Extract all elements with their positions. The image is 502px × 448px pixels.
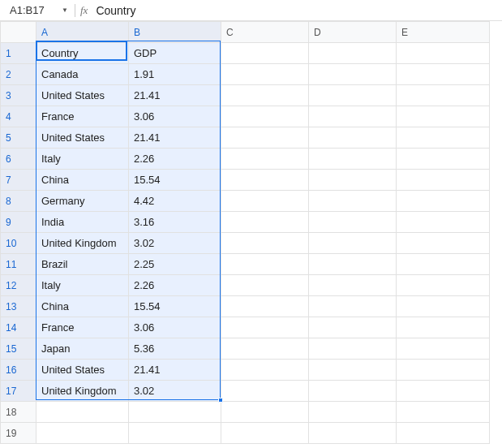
- cell-E10[interactable]: [397, 233, 490, 254]
- cell-C12[interactable]: [221, 275, 309, 296]
- cell-D4[interactable]: [309, 106, 397, 127]
- cell-E1[interactable]: [397, 43, 490, 64]
- cell-D11[interactable]: [309, 254, 397, 275]
- cell-A10[interactable]: United Kingdom: [36, 233, 129, 254]
- cell-A14[interactable]: France: [36, 317, 129, 338]
- cell-A2[interactable]: Canada: [36, 64, 129, 85]
- row-header-15[interactable]: 15: [1, 338, 36, 360]
- cell-A17[interactable]: United Kingdom: [36, 381, 129, 402]
- select-all-corner[interactable]: [1, 22, 36, 43]
- row-header-9[interactable]: 9: [1, 212, 36, 233]
- column-header-C[interactable]: C: [221, 22, 309, 43]
- cell-E11[interactable]: [397, 254, 490, 275]
- cell-B17[interactable]: 3.02: [129, 381, 221, 402]
- row-header-18[interactable]: 18: [1, 402, 36, 423]
- cell-D12[interactable]: [309, 275, 397, 296]
- row-header-1[interactable]: 1: [1, 43, 36, 64]
- cell-C1[interactable]: [221, 43, 309, 64]
- row-header-17[interactable]: 17: [1, 381, 36, 402]
- cell-D16[interactable]: [309, 360, 397, 381]
- cell-C8[interactable]: [221, 191, 309, 212]
- chevron-down-icon[interactable]: ▼: [62, 6, 68, 14]
- cell-B18[interactable]: [129, 402, 221, 423]
- row-header-13[interactable]: 13: [1, 296, 36, 317]
- cell-A4[interactable]: France: [36, 106, 129, 127]
- row-header-7[interactable]: 7: [1, 170, 36, 191]
- cell-E14[interactable]: [397, 317, 490, 338]
- cell-D1[interactable]: [309, 43, 397, 64]
- cell-A19[interactable]: [36, 423, 129, 444]
- row-header-2[interactable]: 2: [1, 64, 36, 85]
- cell-A12[interactable]: Italy: [36, 275, 129, 296]
- cell-D19[interactable]: [309, 423, 397, 444]
- cell-B10[interactable]: 3.02: [129, 233, 221, 254]
- cell-C2[interactable]: [221, 64, 309, 85]
- cell-D5[interactable]: [309, 127, 397, 149]
- cell-E13[interactable]: [397, 296, 490, 317]
- cell-B16[interactable]: 21.41: [129, 360, 221, 381]
- cell-A9[interactable]: India: [36, 212, 129, 233]
- cell-B3[interactable]: 21.41: [129, 85, 221, 106]
- cell-D2[interactable]: [309, 64, 397, 85]
- cell-B15[interactable]: 5.36: [129, 338, 221, 360]
- row-header-4[interactable]: 4: [1, 106, 36, 127]
- cell-C15[interactable]: [221, 338, 309, 360]
- cell-A16[interactable]: United States: [36, 360, 129, 381]
- cell-C10[interactable]: [221, 233, 309, 254]
- row-header-14[interactable]: 14: [1, 317, 36, 338]
- row-header-11[interactable]: 11: [1, 254, 36, 275]
- row-header-10[interactable]: 10: [1, 233, 36, 254]
- row-header-19[interactable]: 19: [1, 423, 36, 444]
- formula-bar-input[interactable]: Country: [96, 4, 135, 17]
- row-header-3[interactable]: 3: [1, 85, 36, 106]
- cell-E16[interactable]: [397, 360, 490, 381]
- cell-A15[interactable]: Japan: [36, 338, 129, 360]
- cell-D15[interactable]: [309, 338, 397, 360]
- cell-C9[interactable]: [221, 212, 309, 233]
- cell-C13[interactable]: [221, 296, 309, 317]
- column-header-B[interactable]: B: [129, 22, 221, 43]
- fx-icon[interactable]: fx: [80, 4, 88, 17]
- cell-E15[interactable]: [397, 338, 490, 360]
- cell-C7[interactable]: [221, 170, 309, 191]
- cell-C5[interactable]: [221, 127, 309, 149]
- cell-B11[interactable]: 2.25: [129, 254, 221, 275]
- cell-A5[interactable]: United States: [36, 127, 129, 149]
- cell-D7[interactable]: [309, 170, 397, 191]
- cell-D17[interactable]: [309, 381, 397, 402]
- cell-B9[interactable]: 3.16: [129, 212, 221, 233]
- cell-B7[interactable]: 15.54: [129, 170, 221, 191]
- cell-C14[interactable]: [221, 317, 309, 338]
- spreadsheet-grid[interactable]: ABCDE 1CountryGDP2Canada1.913United Stat…: [0, 21, 490, 444]
- row-header-5[interactable]: 5: [1, 127, 36, 149]
- cell-A7[interactable]: China: [36, 170, 129, 191]
- cell-D10[interactable]: [309, 233, 397, 254]
- cell-A18[interactable]: [36, 402, 129, 423]
- cell-E9[interactable]: [397, 212, 490, 233]
- cell-A8[interactable]: Germany: [36, 191, 129, 212]
- cell-E12[interactable]: [397, 275, 490, 296]
- column-header-D[interactable]: D: [309, 22, 397, 43]
- cell-C11[interactable]: [221, 254, 309, 275]
- cell-B12[interactable]: 2.26: [129, 275, 221, 296]
- cell-A11[interactable]: Brazil: [36, 254, 129, 275]
- cell-E8[interactable]: [397, 191, 490, 212]
- cell-D18[interactable]: [309, 402, 397, 423]
- name-box[interactable]: A1:B17 ▼: [6, 2, 71, 18]
- cell-C17[interactable]: [221, 381, 309, 402]
- cell-E4[interactable]: [397, 106, 490, 127]
- cell-B2[interactable]: 1.91: [129, 64, 221, 85]
- cell-D14[interactable]: [309, 317, 397, 338]
- cell-B19[interactable]: [129, 423, 221, 444]
- column-header-A[interactable]: A: [36, 22, 129, 43]
- cell-A13[interactable]: China: [36, 296, 129, 317]
- cell-E7[interactable]: [397, 170, 490, 191]
- cell-C6[interactable]: [221, 149, 309, 170]
- cell-E6[interactable]: [397, 149, 490, 170]
- row-header-12[interactable]: 12: [1, 275, 36, 296]
- cell-C4[interactable]: [221, 106, 309, 127]
- cell-E2[interactable]: [397, 64, 490, 85]
- cell-C3[interactable]: [221, 85, 309, 106]
- cell-C18[interactable]: [221, 402, 309, 423]
- cell-E3[interactable]: [397, 85, 490, 106]
